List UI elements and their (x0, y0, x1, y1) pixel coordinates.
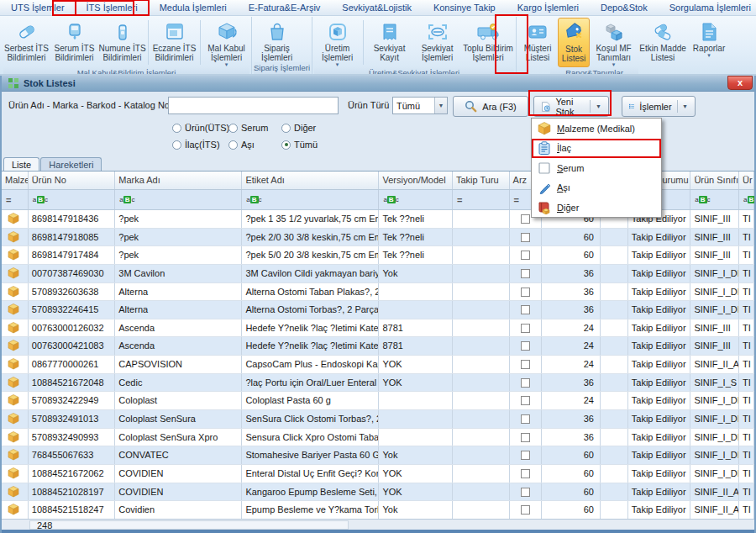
close-button[interactable]: x (727, 76, 753, 90)
arz-checkbox[interactable] (510, 465, 543, 483)
menu-medula-islemleri[interactable]: Medula İşlemleri (149, 0, 238, 15)
contains-filter-icon[interactable]: aBc (242, 190, 379, 209)
column-header[interactable]: Takip Turu (453, 172, 510, 189)
radio-ilac-its[interactable]: İlaç(İTS) (172, 140, 220, 150)
ara-button[interactable]: Ara (F3) (453, 96, 528, 117)
contains-filter-icon[interactable]: aBc (690, 190, 739, 209)
menu-efatura-earsiv[interactable]: E-Fatura&E-Arşiv (238, 0, 332, 15)
arz-checkbox[interactable] (510, 265, 543, 282)
contains-filter-icon[interactable]: aBc (739, 190, 754, 209)
menu-sevkiyat-lojistik[interactable]: Sevkiyat&Lojistik (331, 0, 423, 15)
column-header[interactable]: Etiket Adı (242, 172, 379, 189)
table-row[interactable]: 10884521518247CovidienEpump Besleme ve Y… (2, 501, 754, 519)
table-row[interactable]: 5708932422949ColoplastColoplast Pasta 60… (2, 392, 754, 410)
siparis-islemleri-button[interactable]: Sipariş İşlemleri (253, 18, 301, 62)
radio-diger[interactable]: Diğer (281, 123, 316, 133)
chevron-down-icon[interactable]: ▼ (682, 103, 688, 109)
column-header[interactable]: Ürün No (29, 172, 115, 189)
table-row[interactable]: 00763000421083AscendaHedefe Y?nelik ?laç… (2, 337, 754, 356)
arz-checkbox[interactable] (510, 374, 543, 392)
menu-item-i-laç[interactable]: İlaç (532, 139, 661, 159)
arz-checkbox[interactable] (510, 319, 543, 337)
menu-depo-stok[interactable]: Depo&Stok (590, 0, 659, 15)
menu-item-aşı[interactable]: Aşı (532, 178, 661, 198)
mal-kabul-button[interactable]: Mal Kabul İşlemleri ▾ (202, 18, 250, 67)
equals-filter-icon[interactable]: = (2, 190, 29, 209)
cell-etiket: 3M Cavilon Cildi yakmayan bariyer (242, 265, 379, 282)
table-row[interactable]: 5708932490993Coloplast SenSura XproSensu… (2, 429, 754, 447)
arz-checkbox[interactable] (510, 337, 543, 355)
menu-konsinye-takip[interactable]: Konsinye Takip (423, 0, 507, 15)
table-row[interactable]: 0867770000261CAPSOVISIONCapsoCam Plus - … (2, 356, 754, 374)
contains-filter-icon[interactable]: aBc (115, 190, 242, 209)
table-row[interactable]: 10884521672048Cedic?laç Portu için Oral/… (2, 374, 754, 393)
table-row[interactable]: 10884521672062COVIDIENEnteral Distal Uç … (2, 465, 754, 483)
islemler-button[interactable]: İşlemler ▼ (622, 96, 696, 117)
menu-uts-islemler[interactable]: UTS İşlemler (0, 0, 76, 15)
menu-its-islemleri[interactable]: İTS İşlemleri (76, 0, 149, 15)
yeni-stok-button[interactable]: Yeni Stok ▼ (533, 96, 609, 117)
urun-turu-select[interactable]: Tümü ▼ (392, 97, 448, 114)
radio-urun-uts[interactable]: Ürün(ÜTS) (172, 123, 229, 133)
table-row[interactable]: 00763000126032AscendaHedefe Y?nelik ?laç… (2, 319, 754, 338)
radio-asi[interactable]: Aşı (228, 140, 255, 150)
cell-durum: Takip Ediliyor (628, 429, 691, 446)
toplu-bildirim-button[interactable]: Toplu Bildirim İşlemleri (461, 18, 515, 67)
stok-listesi-button[interactable]: Stok Listesi (558, 18, 590, 67)
arz-checkbox[interactable] (510, 410, 543, 428)
table-row[interactable]: 5708932491013Coloplast SenSuraSenSura Cl… (2, 410, 754, 429)
column-header[interactable]: Malze (2, 172, 29, 189)
sevkiyat-kayit-button[interactable]: Sevkiyat Kayıt (365, 18, 413, 67)
arz-checkbox[interactable] (510, 229, 543, 246)
arz-checkbox[interactable] (510, 429, 543, 446)
arz-checkbox[interactable] (510, 283, 543, 301)
cell-versiyon: Yok (379, 501, 453, 519)
arz-checkbox[interactable] (510, 446, 543, 464)
menu-sorgulama-islemleri[interactable]: Sorgulama İşlemleri (659, 0, 756, 15)
tab-hareketleri[interactable]: Hareketleri (40, 157, 102, 171)
table-row[interactable]: 007073874690303M Cavilon3M Cavilon Cildi… (2, 265, 754, 283)
menu-item-malzeme-medikal-[interactable]: Malzeme (Medikal) (532, 119, 661, 139)
arz-checkbox[interactable] (510, 501, 543, 519)
serum-its-button[interactable]: Serum İTS Bildirimleri (50, 18, 98, 67)
column-header[interactable]: Ürün Sınıfı (690, 172, 739, 189)
sevkiyat-islemleri-button[interactable]: Sevkiyat İşlemleri (413, 18, 461, 67)
menu-kargo-islemleri[interactable]: Kargo İşlemleri (507, 0, 590, 15)
contains-filter-icon[interactable]: aBc (29, 190, 115, 209)
table-row[interactable]: 8698147918085?pek?pek 2/0 30 3/8 keskin,… (2, 229, 754, 247)
table-row[interactable]: 768455067633CONVATECStomahesive Bariyer … (2, 446, 754, 465)
ribbon-group-caption: Sipariş İşlemleri (254, 62, 310, 74)
tab-liste[interactable]: Liste (3, 157, 39, 171)
contains-filter-icon[interactable]: aBc (379, 190, 453, 209)
etkin-madde-button[interactable]: Etkin Madde Listesi (638, 18, 688, 67)
raporlar-button[interactable]: Raporlar ▾ (688, 18, 730, 67)
search-input[interactable] (168, 97, 339, 114)
radio-tumu[interactable]: Tümü (281, 140, 318, 150)
column-header[interactable]: Versiyon/Model (379, 172, 453, 189)
arz-checkbox[interactable] (510, 246, 543, 264)
kosul-mf-button[interactable]: Koşul MF Tanımları ▾ (590, 18, 638, 67)
arz-checkbox[interactable] (510, 301, 543, 319)
chevron-down-icon[interactable]: ▼ (434, 98, 447, 113)
uretim-islemleri-button[interactable]: Üretim İşlemleri ▾ (313, 18, 361, 67)
table-row[interactable]: 8698147917484?pek?pek 5/0 20 3/8 keskin,… (2, 246, 754, 265)
serbest-its-button[interactable]: Serbest İTS Bildirimleri (3, 18, 50, 67)
column-header[interactable]: Marka Adı (115, 172, 242, 189)
chevron-down-icon[interactable]: ▼ (596, 103, 601, 109)
menu-item-serum[interactable]: Serum (532, 158, 661, 178)
musteri-listesi-button[interactable]: Müşteri Listesi (517, 18, 558, 67)
numune-its-button[interactable]: Numune İTS Bildirimleri (98, 18, 146, 67)
cell-sinif: SINIF_II_A (690, 501, 739, 519)
table-row[interactable]: 5708932246415AlternaAlterna Ostomi Torba… (2, 301, 754, 319)
arz-checkbox[interactable] (510, 356, 543, 373)
radio-serum[interactable]: Serum (228, 123, 268, 133)
table-row[interactable]: 10884521028197COVIDIENKangaroo Epump Bes… (2, 483, 754, 502)
eczane-its-button[interactable]: Eczane İTS Bildirimleri (150, 18, 198, 67)
menu-item-diğer[interactable]: Diğer (532, 198, 661, 218)
arz-checkbox[interactable] (510, 392, 543, 409)
column-header[interactable]: Ür (739, 172, 754, 189)
table-row[interactable]: 5708932603638AlternaAlterna Ostomi Taban… (2, 283, 754, 302)
arz-checkbox[interactable] (510, 483, 543, 501)
dropdown-arrow-icon: ▾ (707, 53, 711, 58)
equals-filter-icon[interactable]: = (453, 190, 510, 209)
